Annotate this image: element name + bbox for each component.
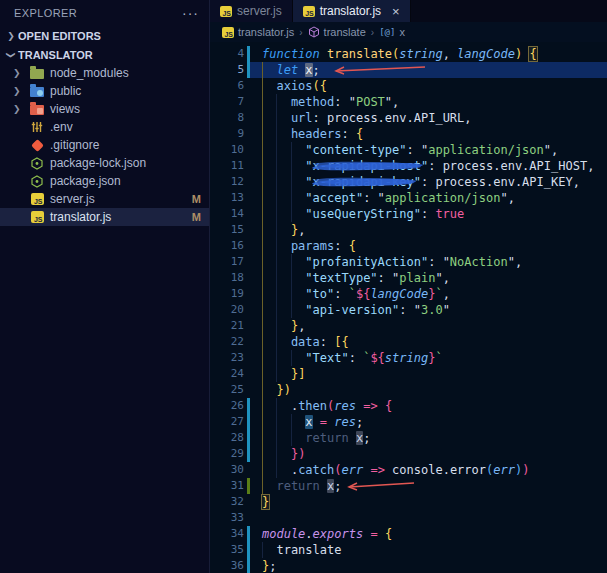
token: : xyxy=(341,127,355,141)
token: : xyxy=(334,95,348,109)
indent-guide xyxy=(262,302,305,318)
line-number[interactable]: 23 xyxy=(210,350,244,366)
line-number[interactable]: 9 xyxy=(210,126,244,142)
line-number[interactable]: 18 xyxy=(210,270,244,286)
breadcrumb-item-translate[interactable]: translate xyxy=(308,26,366,38)
line-number[interactable]: 19 xyxy=(210,286,244,302)
code-line-7[interactable]: 7method: "POST", xyxy=(210,94,607,110)
line-number[interactable]: 8 xyxy=(210,110,244,126)
code-line-18[interactable]: 18"textType": "plain", xyxy=(210,270,607,286)
sidebar-item-server.js[interactable]: JSserver.jsM xyxy=(0,190,209,208)
line-number[interactable]: 34 xyxy=(210,526,244,542)
ellipsis-icon[interactable]: ··· xyxy=(182,5,199,21)
explorer-sidebar: EXPLORER ··· ❯ OPEN EDITORS ❯ TRANSLATOR… xyxy=(0,0,210,573)
line-number[interactable]: 13 xyxy=(210,190,244,206)
line-number[interactable]: 6 xyxy=(210,78,244,94)
indent-guide xyxy=(262,142,305,158)
sidebar-item-package-lock.json[interactable]: package-lock.json xyxy=(0,154,209,172)
code-line-33[interactable]: 33 xyxy=(210,510,607,526)
line-number[interactable]: 25 xyxy=(210,382,244,398)
tab-close-icon[interactable]: × xyxy=(392,4,400,19)
line-number[interactable]: 5 xyxy=(210,62,244,78)
code-line-29[interactable]: 29}) xyxy=(210,446,607,462)
sidebar-item-translator.js[interactable]: JStranslator.jsM xyxy=(0,208,209,226)
breadcrumb-item-x[interactable]: [@]x xyxy=(379,26,405,38)
code-line-24[interactable]: 24}] xyxy=(210,366,607,382)
line-number[interactable]: 22 xyxy=(210,334,244,350)
code-line-10[interactable]: 10"content-type": "application/json", xyxy=(210,142,607,158)
sidebar-item-public[interactable]: ❯public xyxy=(0,82,209,100)
line-number[interactable]: 27 xyxy=(210,414,244,430)
code-line-17[interactable]: 17"profanityAction": "NoAction", xyxy=(210,254,607,270)
line-number[interactable]: 29 xyxy=(210,446,244,462)
section-open-editors[interactable]: ❯ OPEN EDITORS xyxy=(0,26,209,45)
code-line-15[interactable]: 15}, xyxy=(210,222,607,238)
js-file-icon: JS xyxy=(220,6,232,17)
line-number[interactable]: 17 xyxy=(210,254,244,270)
line-number[interactable]: 30 xyxy=(210,462,244,478)
line-number[interactable]: 36 xyxy=(210,558,244,573)
tab-server.js[interactable]: JSserver.js xyxy=(210,0,293,22)
line-number[interactable]: 28 xyxy=(210,430,244,446)
token xyxy=(385,463,392,477)
code-line-13[interactable]: 13"accept": "application/json", xyxy=(210,190,607,206)
code-line-14[interactable]: 14"useQueryString": true xyxy=(210,206,607,222)
line-number[interactable]: 20 xyxy=(210,302,244,318)
token: " xyxy=(500,191,507,205)
line-number[interactable]: 31 xyxy=(210,478,244,494)
code-line-16[interactable]: 16params: { xyxy=(210,238,607,254)
code-line-21[interactable]: 21}, xyxy=(210,318,607,334)
code-line-12[interactable]: 12"x-rapidapi-key": process.env.API_KEY, xyxy=(210,174,607,190)
code-line-23[interactable]: 23"Text": `${string}` xyxy=(210,350,607,366)
code-line-8[interactable]: 8url: process.env.API_URL, xyxy=(210,110,607,126)
file-icon-slot xyxy=(28,175,46,188)
sidebar-item-.env[interactable]: .env xyxy=(0,118,209,136)
code-line-28[interactable]: 28return x; xyxy=(210,430,607,446)
code-line-27[interactable]: 27x = res; xyxy=(210,414,607,430)
sidebar-item-package.json[interactable]: package.json xyxy=(0,172,209,190)
line-number[interactable]: 33 xyxy=(210,510,244,526)
code-line-6[interactable]: 6axios({ xyxy=(210,78,607,94)
code-line-36[interactable]: 36}; xyxy=(210,558,607,573)
line-number[interactable]: 16 xyxy=(210,238,244,254)
line-number[interactable]: 10 xyxy=(210,142,244,158)
code-line-5[interactable]: 5let x; xyxy=(210,62,607,78)
line-number[interactable]: 26 xyxy=(210,398,244,414)
code-line-32[interactable]: 32} xyxy=(210,494,607,510)
token: return xyxy=(276,479,319,493)
token: 3.0 xyxy=(421,303,443,317)
code-line-4[interactable]: 4function translate(string, langCode) { xyxy=(210,46,607,62)
sidebar-item-.gitignore[interactable]: .gitignore xyxy=(0,136,209,154)
line-number[interactable]: 12 xyxy=(210,174,244,190)
token: : xyxy=(334,239,348,253)
line-number[interactable]: 35 xyxy=(210,542,244,558)
line-number[interactable]: 14 xyxy=(210,206,244,222)
code-line-30[interactable]: 30.catch(err => console.error(err)) xyxy=(210,462,607,478)
sidebar-item-node_modules[interactable]: ❯node_modules xyxy=(0,64,209,82)
code-line-25[interactable]: 25}) xyxy=(210,382,607,398)
code-line-22[interactable]: 22data: [{ xyxy=(210,334,607,350)
code-line-19[interactable]: 19"to": `${langCode}`, xyxy=(210,286,607,302)
js-file-icon: JS xyxy=(31,211,44,223)
code-line-11[interactable]: 11"x-rapidapi-host": process.env.API_HOS… xyxy=(210,158,607,174)
code-line-26[interactable]: 26.then(res => { xyxy=(210,398,607,414)
token xyxy=(320,47,327,61)
line-number[interactable]: 21 xyxy=(210,318,244,334)
code-line-31[interactable]: 31return x; xyxy=(210,478,607,494)
line-number[interactable]: 11 xyxy=(210,158,244,174)
code-line-9[interactable]: 9headers: { xyxy=(210,126,607,142)
line-number[interactable]: 4 xyxy=(210,46,244,62)
breadcrumb-item-translator.js[interactable]: JStranslator.js xyxy=(222,26,294,38)
code-line-35[interactable]: 35translate xyxy=(210,542,607,558)
code-line-34[interactable]: 34module.exports = { xyxy=(210,526,607,542)
line-number[interactable]: 24 xyxy=(210,366,244,382)
line-number[interactable]: 15 xyxy=(210,222,244,238)
line-number[interactable]: 32 xyxy=(210,494,244,510)
code-line-content: let x; xyxy=(250,62,607,78)
tab-translator.js[interactable]: JStranslator.js× xyxy=(293,0,411,22)
token: ; xyxy=(334,479,341,493)
code-line-20[interactable]: 20"api-version": "3.0" xyxy=(210,302,607,318)
section-translator[interactable]: ❯ TRANSLATOR xyxy=(0,45,209,64)
sidebar-item-views[interactable]: ❯views xyxy=(0,100,209,118)
line-number[interactable]: 7 xyxy=(210,94,244,110)
